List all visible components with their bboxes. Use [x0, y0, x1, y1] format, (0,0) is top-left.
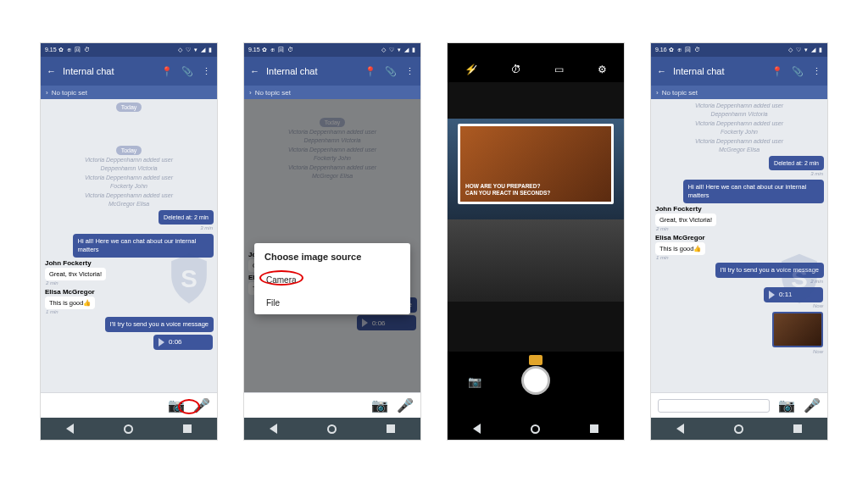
topic-bar[interactable]: ›No topic set — [651, 86, 827, 99]
page-title: Internal chat — [673, 66, 765, 76]
aspect-icon[interactable]: ▭ — [554, 64, 564, 75]
composer: 📷 🎤 — [244, 392, 420, 418]
incoming-message: Great, thx Victoria! — [45, 268, 106, 280]
sender-name: Elisa McGregor — [655, 234, 823, 241]
shutter-button[interactable] — [521, 366, 550, 395]
switch-camera-icon[interactable]: 📷 — [468, 375, 481, 388]
camera-controls: 📷 — [448, 352, 624, 418]
system-message: Victoria Deppenhamn added user — [41, 175, 217, 181]
nav-home-icon[interactable] — [531, 424, 540, 434]
nav-back-icon[interactable] — [270, 424, 277, 434]
message-input[interactable] — [658, 399, 770, 413]
attach-icon[interactable]: 📎 — [181, 66, 193, 77]
watermark-icon: S — [778, 253, 821, 304]
flash-icon[interactable]: ⚡̸ — [465, 64, 477, 75]
attach-icon[interactable]: 📎 — [792, 66, 804, 77]
back-icon[interactable]: ← — [250, 66, 259, 76]
chat-body: S Today Today Victoria Deppenhamn added … — [41, 99, 217, 392]
nav-recent-icon[interactable] — [387, 424, 395, 433]
date-chip: Today — [116, 103, 142, 112]
topic-bar[interactable]: › No topic set — [41, 86, 217, 99]
incoming-message: Great, thx Victoria! — [655, 214, 716, 226]
dialog-item-camera[interactable]: Camera — [254, 269, 410, 291]
camera-icon[interactable]: 📷 — [168, 397, 185, 413]
system-message: Victoria Deppenhamn added user — [41, 157, 217, 164]
outgoing-message: Deleted at: 2 min — [769, 156, 824, 170]
back-icon[interactable]: ← — [657, 66, 666, 76]
play-icon[interactable] — [159, 338, 164, 347]
screen-dialog: 9.15 ✿ ⊕ 回 ⏱ ◇ ♡ ▾ ◢ ▮ ← Internal chat 📍… — [243, 42, 421, 441]
nav-home-icon[interactable] — [734, 424, 743, 434]
image-message[interactable] — [772, 312, 823, 347]
screen-camera: ⚡̸ ⏱̸ ▭ ⚙ ◓ secapp HOW ARE YOU PREPARED?… — [447, 42, 625, 441]
nav-bar — [448, 418, 624, 440]
page-title: Internal chat — [266, 66, 358, 76]
timer-icon[interactable]: ⏱̸ — [511, 64, 521, 75]
nav-home-icon[interactable] — [124, 424, 133, 434]
topic-bar: ›No topic set — [244, 86, 420, 99]
headline: HOW ARE YOU PREPARED? — [465, 183, 606, 190]
status-bar — [448, 43, 624, 57]
mic-icon[interactable]: 🎤 — [193, 397, 210, 413]
dialog-item-file[interactable]: File — [254, 291, 410, 314]
screen-chat-initial: 9.15 ✿ ⊕ 回 ⏱ ◇ ♡ ▾ ◢ ▮ ← Internal chat 📍… — [40, 42, 218, 441]
outgoing-message: Hi all! Here we can chat about our inter… — [683, 180, 824, 203]
timestamp: 2 min — [656, 226, 827, 231]
nav-bar — [244, 418, 420, 440]
menu-icon[interactable]: ⋮ — [812, 66, 821, 77]
camera-icon[interactable]: 📷 — [778, 397, 795, 413]
nav-back-icon[interactable] — [66, 424, 74, 434]
incoming-message: This is good👍 — [45, 297, 95, 309]
status-bar: 9.16 ✿ ⊕ 回 ⏱ ◇ ♡ ▾ ◢ ▮ — [651, 43, 827, 57]
timestamp: 3 min — [41, 225, 213, 230]
chat-body: Today Victoria Deppenhamn added userDepp… — [244, 99, 420, 392]
composer: 📷 🎤 — [651, 392, 827, 418]
nav-recent-icon[interactable] — [183, 424, 192, 433]
nav-back-icon[interactable] — [473, 424, 481, 434]
watermark-icon: S — [168, 253, 210, 304]
viewfinder[interactable]: ◓ secapp HOW ARE YOU PREPARED? CAN YOU R… — [448, 82, 624, 352]
mode-indicator[interactable] — [529, 355, 542, 365]
screen-chat-final: 9.16 ✿ ⊕ 回 ⏱ ◇ ♡ ▾ ◢ ▮ ← Internal chat 📍… — [650, 42, 828, 441]
camera-top-bar: ⚡̸ ⏱̸ ▭ ⚙ — [448, 57, 624, 82]
incoming-message: This is good👍 — [655, 242, 705, 255]
composer: 📷 🎤 — [41, 392, 217, 418]
attach-icon[interactable]: 📎 — [385, 66, 397, 77]
mic-icon[interactable]: 🎤 — [804, 397, 821, 413]
svg-text:S: S — [181, 266, 197, 293]
app-bar: ← Internal chat 📍 📎 ⋮ — [41, 57, 217, 86]
audio-message[interactable]: 0:06 — [153, 335, 213, 350]
gear-icon[interactable]: ⚙ — [598, 64, 607, 75]
app-bar: ← Internal chat 📍📎⋮ — [651, 57, 827, 86]
menu-icon[interactable]: ⋮ — [405, 66, 415, 77]
menu-icon[interactable]: ⋮ — [202, 66, 211, 77]
pin-icon[interactable]: 📍 — [771, 66, 783, 77]
outgoing-message: I'll try to send you a voice message — [105, 317, 214, 332]
pin-icon[interactable]: 📍 — [364, 66, 376, 77]
app-bar: ← Internal chat 📍📎⋮ — [244, 57, 420, 86]
system-message: Victoria Deppenhamn added user — [41, 192, 217, 199]
nav-back-icon[interactable] — [676, 424, 684, 434]
chevron-right-icon: › — [46, 89, 48, 97]
sender-name: John Fockerty — [655, 205, 823, 213]
date-chip: Today — [116, 146, 142, 155]
chat-body: S Victoria Deppenhamn added userDeppenha… — [651, 99, 827, 392]
back-icon[interactable]: ← — [47, 66, 56, 76]
timestamp: 1 min — [46, 309, 217, 314]
system-message: McGregor Elisa — [41, 201, 217, 208]
nav-recent-icon[interactable] — [590, 424, 598, 433]
timestamp: Now — [651, 349, 823, 354]
status-bar: 9.15 ✿ ⊕ 回 ⏱ ◇ ♡ ▾ ◢ ▮ — [41, 43, 217, 57]
page-title: Internal chat — [63, 66, 154, 76]
nav-recent-icon[interactable] — [793, 424, 802, 433]
timestamp: 3 min — [651, 171, 823, 176]
dialog-title: Choose image source — [254, 243, 410, 269]
pin-icon[interactable]: 📍 — [161, 66, 173, 77]
headline: CAN YOU REACT IN SECONDS? — [465, 190, 606, 197]
play-icon[interactable] — [769, 291, 775, 299]
status-bar: 9.15 ✿ ⊕ 回 ⏱ ◇ ♡ ▾ ◢ ▮ — [244, 43, 420, 57]
nav-home-icon[interactable] — [327, 424, 337, 434]
status-left-icons: ✿ ⊕ 回 ⏱ — [58, 47, 92, 53]
image-source-dialog: Choose image source Camera File — [254, 243, 410, 314]
mic-icon: 🎤 — [397, 397, 414, 413]
